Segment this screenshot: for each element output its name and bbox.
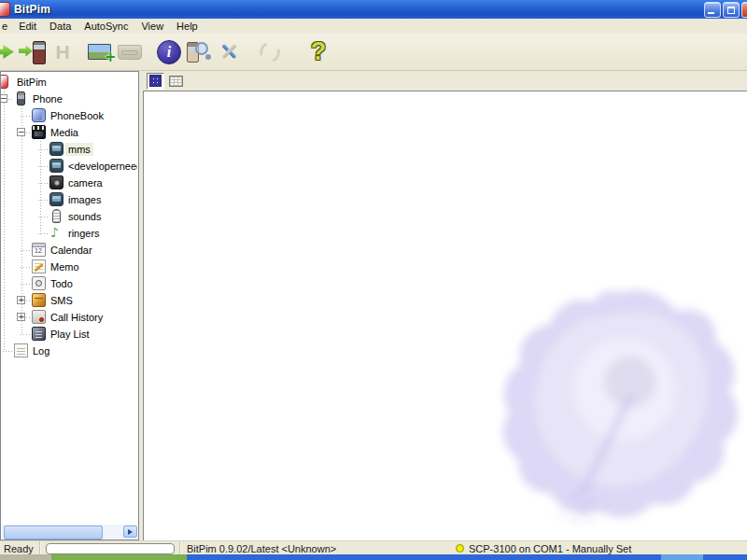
phone-icon [17,91,25,105]
tree-connector-stub [38,233,49,234]
tree-item-images[interactable]: images [1,191,137,208]
tree-connector-stub [38,200,49,201]
tree-item-ringers[interactable]: ringers [1,225,137,242]
media-icon [32,125,46,139]
tree-item-sms[interactable]: +SMS [1,292,137,309]
navigation-tree: BitPim−PhonePhoneBook−Mediamms<developer… [1,73,137,525]
calendar-icon [32,243,46,257]
minimize-icon[interactable] [704,2,721,18]
collapse-toggle-icon[interactable]: − [17,128,25,136]
bitpim-window: BitPim eEditDataAutoSyncViewHelp BitPim−… [0,0,747,560]
tree-item-label: Memo [48,260,82,273]
delete-media-button [115,36,145,68]
menu-item-autosync[interactable]: AutoSync [78,20,134,33]
menu-item-view[interactable]: View [134,20,170,33]
menu-item-file-partial[interactable]: e [0,20,12,33]
scrollbar-right-arrow-icon[interactable] [123,525,137,538]
detect-phone-button[interactable] [184,36,214,68]
add-media-button[interactable] [85,36,115,68]
flower-image [495,276,745,526]
tree-item-log[interactable]: Log [1,343,137,359]
navigation-tree-panel: BitPim−PhonePhoneBook−Mediamms<developer… [0,71,139,540]
toolbar-separator [145,51,154,52]
thumbnail-view-button[interactable] [147,73,164,90]
tree-item-calendar[interactable]: Calendar [1,242,137,259]
bitpim-icon [1,75,8,89]
tree-item-label: camera [65,176,106,189]
scrollbar-thumb[interactable] [4,525,103,539]
callhist-icon [32,310,46,324]
tree-item-phone[interactable]: −Phone [1,91,137,107]
tree-item-label: SMS [48,294,76,307]
tree-horizontal-scrollbar[interactable] [2,525,137,539]
settings-button[interactable] [214,36,244,68]
send-to-phone-button[interactable] [18,36,48,68]
img-icon [49,142,63,156]
close-icon[interactable] [741,2,747,18]
tree-connector-stub [38,217,49,217]
tree-connector-stub [21,116,31,117]
menu-item-data[interactable]: Data [43,20,78,33]
tree-item-developerneedst[interactable]: <developerneedst [1,158,137,175]
tree-item-camera[interactable]: camera [1,175,137,191]
tree-connector-stub [21,250,31,251]
green-arrow-icon [0,45,14,59]
tree-item-memo[interactable]: Memo [1,259,137,275]
expand-toggle-icon[interactable]: + [17,296,25,304]
phone-status-dot-icon [456,544,464,553]
tree-connector-stub [21,334,31,335]
crossed-tools-icon [218,41,241,63]
tree-item-mms[interactable]: mms [1,141,137,158]
taskbar-segment [187,554,661,560]
status-version-cell: BitPim 0.9.02/Latest <Unknown> [180,541,448,555]
tree-item-sounds[interactable]: sounds [1,208,137,225]
tree-item-play-list[interactable]: Play List [1,326,137,343]
historical-data-button [48,36,78,68]
table-view-icon [169,76,183,87]
memo-icon [32,259,46,273]
log-icon [14,343,28,357]
taskbar-segment [0,554,51,560]
view-mode-toolbar [143,71,747,91]
tree-item-todo[interactable]: Todo [1,275,137,292]
wallet-icon [118,45,142,60]
tree-item-label: Media [48,126,81,139]
img-icon [49,159,63,173]
restore-icon[interactable] [723,2,740,18]
tree-item-call-history[interactable]: +Call History [1,309,137,326]
help-button[interactable] [303,36,333,68]
menu-item-edit[interactable]: Edit [12,20,43,33]
tree-item-label: Phone [30,92,65,105]
tree-item-bitpim[interactable]: BitPim [1,74,137,91]
tree-item-label: ringers [65,227,103,240]
tree-item-label: <developerneedst [65,160,137,173]
taskbar-segment [703,554,747,560]
phonebook-icon [32,108,46,122]
expand-toggle-icon[interactable]: + [17,313,25,321]
taskbar-strip[interactable] [0,554,747,560]
menu-item-help[interactable]: Help [170,20,204,33]
tree-connector-stub [38,166,49,167]
tree-connector-stub [38,149,49,150]
arrow-phone-icon [19,41,47,63]
tree-item-phonebook[interactable]: PhoneBook [1,107,137,124]
phone-info-button[interactable] [154,36,184,68]
tree-item-label: Play List [48,328,92,341]
tree-item-label: images [65,193,104,206]
toolbar-separator [244,51,255,52]
tree-connector-stub [3,351,13,352]
title-bar[interactable]: BitPim [0,0,747,19]
tree-connector-stub [21,284,31,285]
todo-icon [32,276,46,290]
tree-item-label: Calendar [48,244,95,257]
tree-item-label: mms [65,143,93,156]
list-view-button[interactable] [167,73,185,90]
refresh-button [255,36,285,68]
status-progress-cell [40,541,180,555]
tree-item-media[interactable]: −Media [1,124,137,141]
send-partial-button[interactable] [0,36,18,68]
info-circle-icon [157,40,181,64]
collapse-toggle-icon[interactable]: − [1,94,7,103]
status-ready-label: Ready [4,543,34,554]
media-content-area[interactable] [143,91,747,540]
